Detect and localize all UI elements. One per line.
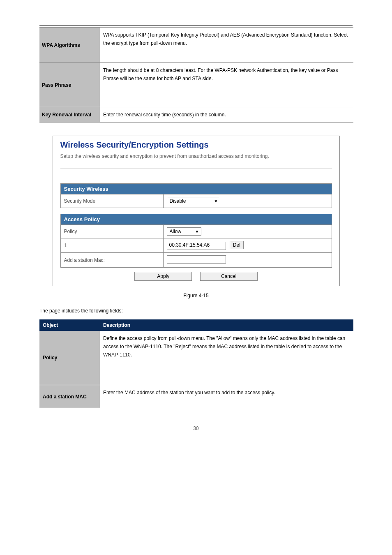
desc-row-wpa-algorithms: WPA Algorithms WPA supports TKIP (Tempor… [39,28,353,63]
row-security-mode: Security Mode Disable ▼ [60,194,332,208]
select-value: Allow [170,229,182,234]
apply-button[interactable]: Apply [134,272,192,281]
obj-label: Add a station MAC [39,385,100,408]
desc-text: The length should be at 8 characters lea… [103,66,350,83]
page-number: 30 [0,426,392,431]
object-description-table: Object Description Policy Define the acc… [39,319,353,409]
chevron-down-icon: ▼ [214,199,218,204]
row-policy: Policy Allow ▼ [60,225,332,238]
policy-select[interactable]: Allow ▼ [167,227,201,236]
obj-desc: Define the access policy from pull-down … [100,331,353,385]
spacer [60,208,332,214]
obj-header-object: Object [39,319,100,331]
security-mode-select[interactable]: Disable ▼ [167,197,220,205]
panel-subtitle: Setup the wireless security and encrypti… [60,153,332,169]
settings-panel: Wireless Security/Encryption Settings Se… [53,136,340,286]
obj-table-header: Object Description [39,319,353,331]
add-mac-input[interactable] [167,255,226,264]
desc-text: WPA supports TKIP (Temporal Key Integrit… [103,31,350,48]
button-row: Apply Cancel [60,272,332,281]
obj-header-description: Description [100,319,353,331]
security-table: Security Mode Disable ▼ [60,194,332,208]
row-mac-entry: 1 00:30:4F:15:54:A6 Del [60,238,332,253]
row-add-mac: Add a station Mac: [60,253,332,268]
chevron-down-icon: ▼ [195,229,199,234]
obj-row-add-mac: Add a station MAC Enter the MAC address … [39,385,353,408]
desc-row-pass-phrase: Pass Phrase The length should be at 8 ch… [39,63,353,107]
policy-label: Policy [60,225,163,238]
page-header [39,0,353,25]
mac-address-value: 00:30:4F:15:54:A6 [167,242,226,250]
desc-label: Key Renewal Interval [42,112,91,118]
select-value: Disable [170,198,186,204]
desc-row-key-renewal: Key Renewal Interval Enter the renewal s… [39,107,353,123]
desc-label: WPA Algorithms [42,42,80,48]
top-description-table: WPA Algorithms WPA supports TKIP (Tempor… [39,27,353,123]
mac-index-label: 1 [60,238,163,253]
access-table: Policy Allow ▼ 1 00:30:4F:15:54:A6 Del A… [60,225,332,268]
intro-line: The page includes the following fields: [39,307,353,315]
section-header-security: Security Wireless [60,183,332,194]
obj-desc: Enter the MAC address of the station tha… [100,385,353,408]
obj-label: Policy [39,331,100,385]
desc-text: Enter the renewal security time (seconds… [103,111,350,119]
add-mac-label: Add a station Mac: [60,253,163,268]
delete-button[interactable]: Del [230,241,244,249]
settings-screenshot: Wireless Security/Encryption Settings Se… [53,136,340,286]
security-mode-label: Security Mode [60,194,163,208]
section-header-access: Access Policy [60,214,332,225]
cancel-button[interactable]: Cancel [200,272,258,281]
obj-row-policy: Policy Define the access policy from pul… [39,331,353,385]
figure-caption: Figure 4-15 [0,293,392,298]
desc-label: Pass Phrase [42,82,71,88]
panel-title: Wireless Security/Encryption Settings [60,140,332,150]
